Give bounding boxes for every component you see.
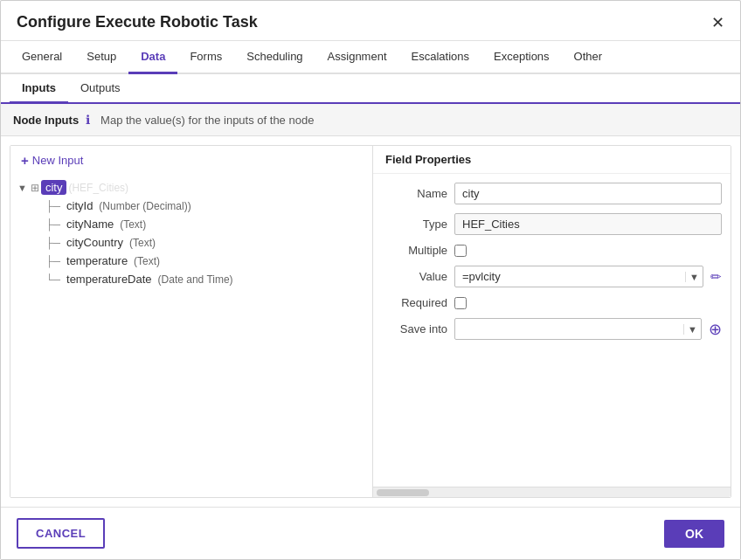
field-properties-header: Field Properties <box>373 146 731 174</box>
tab-general[interactable]: General <box>10 41 74 74</box>
tab-scheduling[interactable]: Scheduling <box>234 41 315 74</box>
required-label: Required <box>382 296 447 309</box>
city-label: city <box>41 180 67 195</box>
connector-citycountry: ├─ <box>45 237 60 249</box>
subtab-outputs[interactable]: Outputs <box>68 74 133 104</box>
tree-node-city[interactable]: ▼ ⊞ city (HEF_Cities) <box>10 178 372 197</box>
required-row: Required <box>382 296 722 309</box>
node-inputs-header: Node Inputs ℹ Map the value(s) for the i… <box>1 104 740 136</box>
dialog-footer: CANCEL OK <box>1 507 740 559</box>
scrollbar-thumb <box>377 489 429 496</box>
tab-bar: General Setup Data Forms Scheduling Assi… <box>1 41 740 74</box>
tab-other[interactable]: Other <box>562 41 615 74</box>
tree-node-temperaturedate[interactable]: └─ temperatureDate (Date and Time) <box>38 270 372 288</box>
cityname-label: cityName <box>62 217 118 232</box>
info-icon: ℹ <box>86 113 90 127</box>
tree-node-cityid[interactable]: ├─ cityId (Number (Decimal)) <box>38 197 372 215</box>
type-label: Type <box>382 218 447 231</box>
left-panel: + New Input ▼ ⊞ city (HEF_Cities) ├─ <box>10 146 373 497</box>
connector-temperature: ├─ <box>45 255 60 267</box>
value-input-group: ▼ ✏ <box>454 266 722 287</box>
save-into-input[interactable] <box>455 319 683 339</box>
main-panels: + New Input ▼ ⊞ city (HEF_Cities) ├─ <box>10 145 731 498</box>
connector-root: ⊞ <box>31 182 39 194</box>
node-inputs-title: Node Inputs <box>13 114 79 127</box>
subtab-bar: Inputs Outputs <box>1 74 740 104</box>
name-input[interactable] <box>454 183 722 204</box>
connector-cityname: ├─ <box>45 218 60 231</box>
tab-data[interactable]: Data <box>128 41 177 74</box>
scrollbar-area[interactable] <box>373 487 731 497</box>
type-row: Type <box>382 213 722 235</box>
tab-forms[interactable]: Forms <box>177 41 234 74</box>
tree-area: ▼ ⊞ city (HEF_Cities) ├─ cityId (Number … <box>10 175 372 497</box>
temperature-type: (Text) <box>134 255 160 267</box>
tab-exceptions[interactable]: Exceptions <box>481 41 562 74</box>
connector-temperaturedate: └─ <box>45 273 60 286</box>
value-input-wrap: ▼ <box>454 266 703 287</box>
tree-node-citycountry[interactable]: ├─ cityCountry (Text) <box>38 233 372 252</box>
multiple-label: Multiple <box>382 244 447 257</box>
cityid-label: cityId <box>62 198 97 213</box>
expand-icon: ▼ <box>17 183 27 193</box>
save-into-wrap: ▼ <box>454 318 702 340</box>
edit-icon[interactable]: ✏ <box>710 269 722 285</box>
citycountry-type: (Text) <box>129 237 156 249</box>
configure-dialog: Configure Execute Robotic Task ✕ General… <box>0 0 741 560</box>
value-label: Value <box>382 270 447 283</box>
ok-button[interactable]: OK <box>664 520 724 548</box>
value-input[interactable] <box>455 266 685 287</box>
temperaturedate-label: temperatureDate <box>62 272 156 287</box>
name-label: Name <box>382 187 447 200</box>
cityname-type: (Text) <box>120 218 146 231</box>
field-properties-body: Name Type Multiple Value <box>373 174 731 349</box>
connector-cityid: ├─ <box>45 200 60 212</box>
right-panel: Field Properties Name Type Multiple <box>373 146 731 497</box>
tab-assignment[interactable]: Assignment <box>315 41 399 74</box>
node-inputs-description: Map the value(s) for the inputs of the n… <box>100 114 314 127</box>
tab-escalations[interactable]: Escalations <box>399 41 481 74</box>
tree-node-temperature[interactable]: ├─ temperature (Text) <box>38 252 372 270</box>
multiple-row: Multiple <box>382 244 722 257</box>
new-input-button[interactable]: + New Input <box>10 146 372 175</box>
tree-children: ├─ cityId (Number (Decimal)) ├─ cityName… <box>10 197 372 288</box>
value-row: Value ▼ ✏ <box>382 266 722 287</box>
save-into-dropdown-icon[interactable]: ▼ <box>683 324 701 335</box>
cityid-type: (Number (Decimal)) <box>99 200 190 212</box>
cancel-button[interactable]: CANCEL <box>17 518 105 549</box>
tab-setup[interactable]: Setup <box>74 41 128 74</box>
temperaturedate-type: (Date and Time) <box>158 273 233 286</box>
save-into-label: Save into <box>382 322 447 335</box>
multiple-checkbox[interactable] <box>454 245 467 257</box>
dialog-title: Configure Execute Robotic Task <box>17 13 258 31</box>
type-input <box>454 213 722 235</box>
name-row: Name <box>382 183 722 204</box>
dialog-header: Configure Execute Robotic Task ✕ <box>1 1 740 41</box>
plus-icon: + <box>21 153 29 168</box>
save-into-group: ▼ ⊕ <box>454 318 722 340</box>
content-area: Node Inputs ℹ Map the value(s) for the i… <box>1 104 740 507</box>
value-dropdown-icon[interactable]: ▼ <box>685 272 703 282</box>
new-input-label: New Input <box>32 154 84 167</box>
city-type: (HEF_Cities) <box>68 182 128 194</box>
citycountry-label: cityCountry <box>62 235 128 250</box>
close-button[interactable]: ✕ <box>711 15 724 31</box>
add-icon[interactable]: ⊕ <box>709 320 722 339</box>
save-into-row: Save into ▼ ⊕ <box>382 318 722 340</box>
temperature-label: temperature <box>62 253 132 268</box>
required-checkbox[interactable] <box>454 297 467 309</box>
subtab-inputs[interactable]: Inputs <box>10 74 68 104</box>
tree-node-cityname[interactable]: ├─ cityName (Text) <box>38 215 372 233</box>
